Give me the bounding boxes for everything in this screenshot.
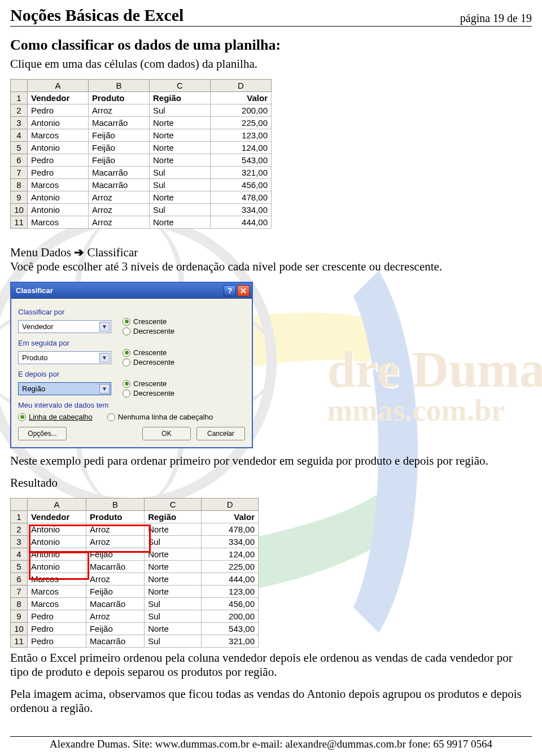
table-cell: Norte bbox=[150, 154, 211, 167]
table-cell: Norte bbox=[150, 129, 211, 142]
table-row: 2PedroArrozSul200,00 bbox=[11, 104, 272, 117]
table-cell: Marcos bbox=[28, 216, 89, 229]
data-range-label: Meu intervalo de dados tem bbox=[18, 401, 245, 409]
row-number: 8 bbox=[11, 179, 28, 191]
row-number: 3 bbox=[11, 117, 28, 129]
row-number: 9 bbox=[11, 610, 28, 623]
page-footer: Alexandre Dumas. Site: www.dummas.com.br… bbox=[10, 736, 532, 750]
table-cell: Antonio bbox=[28, 117, 89, 129]
table-row: 5AntonioFeijãoNorte124,00 bbox=[11, 142, 272, 154]
row-number: 1 bbox=[11, 511, 28, 523]
table-cell: 543,00 bbox=[211, 154, 272, 167]
table-cell: Macarrão bbox=[86, 561, 144, 573]
table-cell: Antonio bbox=[28, 204, 89, 216]
row-number: 7 bbox=[11, 167, 28, 179]
table-cell: 444,00 bbox=[202, 573, 259, 585]
table-row: 4MarcosFeijãoNorte123,00 bbox=[11, 129, 272, 142]
row-number: 11 bbox=[11, 216, 28, 229]
table-row: 11MarcosArrozNorte444,00 bbox=[11, 216, 272, 229]
table-cell: Pedro bbox=[27, 623, 86, 635]
table-cell: 334,00 bbox=[202, 536, 259, 548]
row-number: 10 bbox=[11, 623, 28, 635]
table-cell: Macarrão bbox=[86, 598, 144, 610]
menu-path-prefix: Menu Dados bbox=[10, 246, 74, 259]
row-number: 2 bbox=[11, 104, 28, 117]
table-cell: Antonio bbox=[27, 536, 86, 548]
table-cell: Sul bbox=[150, 104, 211, 117]
table-cell: Macarrão bbox=[89, 167, 150, 179]
table-cell: Sul bbox=[150, 204, 211, 216]
and-then-by-label: E depois por bbox=[18, 370, 245, 378]
table-header-cell: Vendedor bbox=[28, 92, 89, 104]
header-row-radio[interactable]: Linha de cabeçalho bbox=[18, 413, 93, 421]
table-cell: 123,00 bbox=[202, 585, 259, 598]
table-header-cell: Valor bbox=[211, 92, 272, 104]
table-cell: Sul bbox=[145, 610, 202, 623]
col-C: C bbox=[145, 499, 202, 511]
table-cell: Pedro bbox=[28, 104, 89, 117]
table-cell: 124,00 bbox=[211, 142, 272, 154]
spreadsheet-result: A B C D 1VendedorProdutoRegiãoValor2Anto… bbox=[10, 498, 259, 648]
table-row: 9AntonioArrozNorte478,00 bbox=[11, 191, 272, 204]
row-number: 5 bbox=[11, 142, 28, 154]
sort2-desc-radio[interactable]: Decrescente bbox=[123, 358, 174, 366]
table-row: 7MarcosFeijãoNorte123,00 bbox=[11, 585, 259, 598]
table-cell: Norte bbox=[145, 523, 202, 536]
cancel-button[interactable]: Cancelar bbox=[196, 427, 245, 440]
sort3-asc-radio[interactable]: Crescente bbox=[123, 379, 174, 388]
table-cell: 124,00 bbox=[202, 548, 259, 561]
table-row: 10AntonioArrozSul334,00 bbox=[11, 204, 272, 216]
table-cell: Arroz bbox=[89, 216, 150, 229]
and-then-by-combo[interactable]: Região ▼ bbox=[18, 382, 111, 395]
table-cell: 321,00 bbox=[211, 167, 272, 179]
row-number: 3 bbox=[11, 536, 28, 548]
table-cell: Macarrão bbox=[89, 117, 150, 129]
sort-by-combo[interactable]: Vendedor ▼ bbox=[18, 320, 111, 333]
table-cell: 123,00 bbox=[211, 129, 272, 142]
sort-by-value: Vendedor bbox=[22, 322, 54, 331]
table-cell: Arroz bbox=[86, 573, 144, 585]
sort1-asc-radio[interactable]: Crescente bbox=[123, 317, 174, 326]
table-cell: Feijão bbox=[89, 154, 150, 167]
table-row: 7PedroMacarrãoSul321,00 bbox=[11, 167, 272, 179]
col-A: A bbox=[28, 80, 89, 92]
table-row: 9PedroArrozSul200,00 bbox=[11, 610, 259, 623]
row-number: 1 bbox=[11, 92, 28, 104]
table-cell: Feijão bbox=[86, 585, 144, 598]
help-icon[interactable]: ? bbox=[224, 285, 236, 296]
close-icon[interactable]: ✕ bbox=[237, 285, 250, 296]
col-D: D bbox=[202, 499, 259, 511]
table-cell: Sul bbox=[145, 598, 202, 610]
table-cell: Feijão bbox=[89, 129, 150, 142]
table-header-cell: Região bbox=[150, 92, 211, 104]
table-header-cell: Produto bbox=[89, 92, 150, 104]
table-cell: Sul bbox=[145, 635, 202, 648]
table-row: 5AntonioMacarrãoNorte225,00 bbox=[11, 561, 259, 573]
sort2-asc-radio[interactable]: Crescente bbox=[123, 348, 174, 357]
and-then-by-value: Região bbox=[22, 384, 45, 393]
row-number: 6 bbox=[11, 154, 28, 167]
table-cell: Norte bbox=[150, 142, 211, 154]
row-number: 2 bbox=[11, 523, 28, 536]
table-cell: Pedro bbox=[28, 154, 89, 167]
result-label: Resultado bbox=[10, 476, 532, 490]
table-cell: Sul bbox=[150, 167, 211, 179]
table-row: 8MarcosMacarrãoSul456,00 bbox=[11, 179, 272, 191]
no-header-row-radio[interactable]: Nenhuma linha de cabeçalho bbox=[107, 413, 213, 421]
table-cell: Macarrão bbox=[89, 179, 150, 191]
row-number: 4 bbox=[11, 548, 28, 561]
sort1-desc-radio[interactable]: Decrescente bbox=[123, 327, 174, 335]
table-cell: Marcos bbox=[27, 573, 86, 585]
ok-button[interactable]: OK bbox=[142, 427, 191, 440]
table-cell: Arroz bbox=[86, 610, 144, 623]
table-row: 8MarcosMacarrãoSul456,00 bbox=[11, 598, 259, 610]
then-by-combo[interactable]: Produto ▼ bbox=[18, 351, 111, 364]
col-A: A bbox=[27, 499, 86, 511]
options-button[interactable]: Opções... bbox=[18, 427, 67, 440]
table-header-cell: Valor bbox=[202, 511, 259, 523]
conclusion-2: Pela imagem acima, observamos que ficou … bbox=[10, 687, 532, 715]
table-header-cell: Produto bbox=[86, 511, 144, 523]
table-cell: 225,00 bbox=[202, 561, 259, 573]
sort3-desc-radio[interactable]: Decrescente bbox=[123, 389, 174, 397]
table-cell: Sul bbox=[145, 536, 202, 548]
